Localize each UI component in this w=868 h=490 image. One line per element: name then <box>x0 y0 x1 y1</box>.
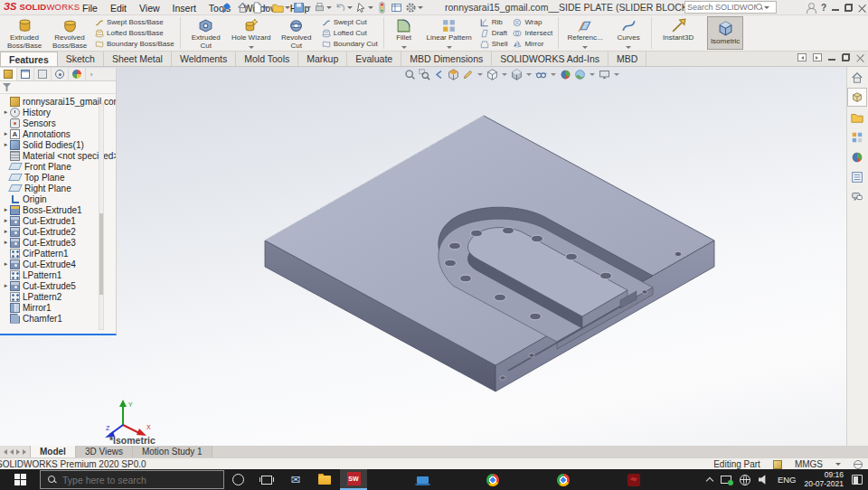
tab-scroll-buttons[interactable] <box>0 446 31 457</box>
expand-arrow[interactable]: ▸ <box>2 239 10 246</box>
resources-pane-button[interactable] <box>847 88 867 107</box>
expand-arrow[interactable]: ▸ <box>2 141 10 148</box>
help-button[interactable]: ? <box>821 3 826 13</box>
3d-views-tab[interactable]: 3D Views <box>76 446 133 457</box>
swept-boss-base-button[interactable]: Swept Boss/Base <box>95 17 175 27</box>
motion-study-tab[interactable]: Motion Study 1 <box>133 446 212 457</box>
display-status-icon[interactable] <box>721 476 731 484</box>
search-dropdown-caret-icon[interactable] <box>764 6 769 9</box>
display-style-icon[interactable] <box>511 69 523 80</box>
part-3d-model[interactable] <box>118 67 846 446</box>
previous-view-icon[interactable] <box>433 69 445 80</box>
dimxpertmanager-tab[interactable] <box>52 68 69 80</box>
hole-wizard-button[interactable]: Hole Wizard <box>229 16 274 50</box>
dropdown-caret-icon[interactable] <box>326 6 332 9</box>
first-tab-arrow-icon[interactable] <box>4 449 7 455</box>
tab-mbd[interactable]: MBD <box>609 52 646 66</box>
linear-pattern-button[interactable]: Linear Pattern <box>421 16 477 50</box>
design-library-button[interactable] <box>847 108 867 127</box>
network-globe-icon[interactable] <box>740 475 750 485</box>
menu-tools[interactable]: Tools <box>203 3 238 14</box>
home-pane-button[interactable] <box>847 68 867 87</box>
view-settings-icon[interactable] <box>599 69 610 80</box>
hide-show-items-icon[interactable] <box>535 69 547 80</box>
dropdown-caret-icon[interactable] <box>590 73 595 76</box>
units-dropdown-caret-icon[interactable] <box>835 463 841 466</box>
apply-scene-icon[interactable] <box>574 69 586 80</box>
isometric-view-button[interactable]: Isometric <box>707 16 743 50</box>
pin-menu-icon[interactable] <box>222 4 231 12</box>
dropdown-caret-icon[interactable] <box>582 46 588 49</box>
chrome-button[interactable] <box>479 469 506 490</box>
propertymanager-tab[interactable] <box>17 68 34 80</box>
configurationmanager-tab[interactable] <box>34 68 52 80</box>
menu-insert[interactable]: Insert <box>166 3 203 14</box>
mail-button[interactable]: ✉ <box>282 469 309 490</box>
file-explorer-pane-button[interactable] <box>847 127 867 146</box>
reference-geometry-button[interactable]: Referenc... <box>561 16 609 50</box>
forum-button[interactable] <box>847 187 867 206</box>
lofted-boss-base-button[interactable]: Lofted Boss/Base <box>95 28 175 38</box>
last-tab-arrow-icon[interactable] <box>23 449 26 455</box>
dynamic-annotation-icon[interactable] <box>462 69 474 80</box>
expand-arrow[interactable]: ▸ <box>2 228 10 235</box>
menu-view[interactable]: View <box>133 3 166 14</box>
pane-left-icon[interactable] <box>797 53 807 61</box>
expand-arrow[interactable]: ▸ <box>2 108 10 116</box>
document-close-button[interactable] <box>856 53 864 61</box>
tab-sketch[interactable]: Sketch <box>58 52 104 66</box>
view-orientation-icon[interactable] <box>486 69 498 80</box>
model-tab[interactable]: Model <box>31 446 76 457</box>
options-button[interactable] <box>405 2 423 14</box>
next-tab-arrow-icon[interactable] <box>16 449 20 455</box>
expand-arrow[interactable]: ▸ <box>2 206 10 213</box>
featuremanager-tree-tab[interactable] <box>0 68 17 80</box>
dropdown-caret-icon[interactable] <box>264 6 269 9</box>
menu-file[interactable]: File <box>76 3 104 14</box>
help-search-input[interactable] <box>687 3 756 12</box>
expand-arrow[interactable]: ▸ <box>2 282 10 289</box>
hidden-icons-chevron-icon[interactable] <box>706 477 713 485</box>
expand-arrow[interactable]: ▸ <box>2 130 10 137</box>
units-value[interactable]: MMGS <box>795 459 823 469</box>
close-button[interactable] <box>858 4 866 12</box>
web-help-globe-icon[interactable] <box>854 460 863 469</box>
search-icon[interactable] <box>756 4 763 11</box>
help-search-box[interactable] <box>684 1 777 14</box>
file-explorer-button[interactable] <box>311 469 338 490</box>
dropdown-caret-icon[interactable] <box>447 46 452 49</box>
lofted-cut-button[interactable]: Lofted Cut <box>322 28 378 38</box>
tab-evaluate[interactable]: Evaluate <box>347 52 401 66</box>
dropdown-caret-icon[interactable] <box>285 6 290 9</box>
red-app-button[interactable] <box>620 469 647 490</box>
graphics-viewport[interactable]: Y X Z *Isometric <box>0 67 846 446</box>
zoom-to-fit-icon[interactable] <box>404 69 416 80</box>
wrap-button[interactable]: Wrap <box>513 17 552 27</box>
menu-edit[interactable]: Edit <box>104 3 133 14</box>
intersect-button[interactable]: Intersect <box>513 28 552 38</box>
taskbar-search-input[interactable] <box>62 475 207 485</box>
solidworks-taskbar-button[interactable]: SW <box>340 469 367 490</box>
action-center-icon[interactable] <box>852 475 863 485</box>
extruded-cut-button[interactable]: ExtrudedCut <box>184 16 229 50</box>
dropdown-caret-icon[interactable] <box>502 73 507 76</box>
volume-icon[interactable] <box>759 475 769 485</box>
revolved-cut-button[interactable]: RevolvedCut <box>274 16 319 50</box>
file-properties-button[interactable] <box>391 2 402 14</box>
restore-button[interactable] <box>844 4 853 12</box>
edit-appearance-icon[interactable] <box>560 69 571 80</box>
dropdown-caret-icon[interactable] <box>306 6 311 9</box>
expand-arrow[interactable]: ▸ <box>2 217 10 224</box>
task-view-button[interactable] <box>253 469 280 490</box>
tree-filter-row[interactable] <box>0 81 116 94</box>
document-restore-button[interactable] <box>842 53 850 61</box>
remote-desktop-button[interactable] <box>409 469 436 490</box>
select-button[interactable] <box>355 2 373 14</box>
dropdown-caret-icon[interactable] <box>477 73 483 76</box>
draft-button[interactable]: Draft <box>480 28 508 38</box>
tab-markup[interactable]: Markup <box>298 52 347 66</box>
tree-scrollbar-thumb[interactable] <box>99 213 103 295</box>
chrome-profile-button[interactable] <box>550 469 577 490</box>
tab-weldments[interactable]: Weldments <box>172 52 236 66</box>
panel-expand-chevron-icon[interactable]: › <box>86 68 97 80</box>
